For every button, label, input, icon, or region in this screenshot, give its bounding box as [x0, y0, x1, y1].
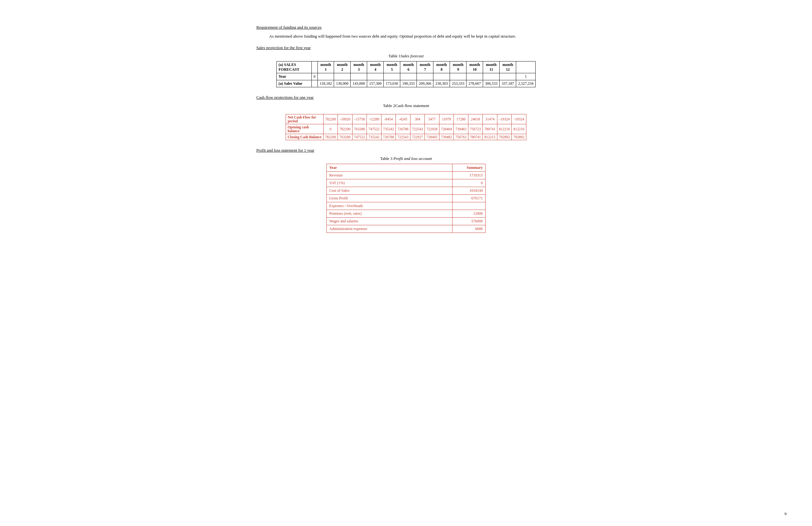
- table3-caption-number: Table 3: [380, 156, 394, 161]
- sales-year-m1: [318, 73, 334, 80]
- pl-cos-value: 1034144: [452, 187, 485, 194]
- pl-header-summary: Summary: [452, 164, 485, 171]
- pl-row-premises: Premises (rent, rates) 12000: [327, 210, 485, 217]
- sales-forecast-table: (a) SALESFORECAST month1 month2 month3 m…: [276, 61, 536, 87]
- cashflow-opening-v8: 728404: [439, 124, 454, 134]
- cashflow-netcash-v13: -19324: [512, 114, 526, 124]
- cashflow-opening-v12: 812216: [497, 124, 512, 134]
- cashflow-netcash-label: Net Cash Flow forperiod: [286, 114, 323, 124]
- cashflow-opening-v10: 756723: [468, 124, 483, 134]
- table2-caption-text: Cash flow statement: [395, 103, 429, 108]
- cashflow-closing-v13: 792892: [512, 134, 526, 140]
- cashflow-opening-v1: 782200: [338, 124, 352, 134]
- pl-row-expenses: Expenses / Overheads: [327, 202, 485, 210]
- cashflow-opening-v0: 0: [323, 124, 338, 134]
- sales-year-m8: [433, 73, 450, 80]
- cashflow-closing-v3: 735242: [367, 134, 381, 140]
- pl-vat-value: 0: [452, 179, 485, 187]
- sales-value-m8: 230,303: [433, 80, 450, 87]
- cashflow-opening-v2: 763280: [352, 124, 367, 134]
- sales-col-m12: month12: [499, 61, 516, 73]
- cashflow-netcash-v12: -19324: [497, 114, 512, 124]
- table2-caption: Table 2Cash flow statement: [256, 103, 556, 108]
- cashflow-opening-v6: 722543: [410, 124, 425, 134]
- cashflow-closing-v12: 792892: [497, 134, 512, 140]
- cashflow-closing-v6: 722927: [410, 134, 425, 140]
- pl-row-admin: Administration expenses 6000: [327, 225, 485, 232]
- sales-value-m3: 143,000: [351, 80, 367, 87]
- cashflow-opening-v5: 726788: [396, 124, 410, 134]
- table3-caption: Table 3 Profit and loss account: [256, 156, 556, 161]
- cashflow-opening-v4: 735242: [381, 124, 396, 134]
- sales-year-m12: [499, 73, 516, 80]
- pl-header-row: Year Summary: [327, 164, 485, 171]
- table2-caption-number: Table 2: [383, 103, 395, 108]
- sales-value-label: (a) Sales Value: [276, 80, 311, 87]
- cashflow-row-opening: Opening cashbalance 0 782200 763280 7475…: [286, 124, 526, 134]
- pl-row-cos: Cost of Sales 1034144: [327, 187, 485, 194]
- pl-wages-value: 576000: [452, 217, 485, 225]
- cashflow-closing-v11: 812215: [483, 134, 497, 140]
- sales-year-m7: [417, 73, 433, 80]
- table3-caption-italic: Profit and loss account: [394, 156, 432, 161]
- pl-row-vat: VAT (1%) 0: [327, 179, 485, 187]
- cashflow-netcash-v11: 31474: [483, 114, 497, 124]
- sales-value-m9: 253,333: [450, 80, 466, 87]
- sales-value-m10: 278,667: [466, 80, 483, 87]
- sales-col-m2: month2: [334, 61, 351, 73]
- table1-caption-italic: Sales forecast: [401, 54, 423, 58]
- sales-year-m5: [384, 73, 400, 80]
- sales-header-row: (a) SALESFORECAST month1 month2 month3 m…: [276, 61, 536, 73]
- sales-value-empty: [311, 80, 318, 87]
- cashflow-closing-v4: 726788: [381, 134, 396, 140]
- pl-table: Year Summary Revenue 1710315 VAT (1%) 0 …: [327, 164, 485, 233]
- heading-funding: Requirement of funding and its sources: [256, 25, 556, 30]
- paragraph-funding: As mentioned above funding will happened…: [269, 33, 556, 40]
- cashflow-netcash-v0: 782200: [323, 114, 338, 124]
- sales-value-m2: 130,000: [334, 80, 351, 87]
- pl-gross-label: Gross Profit: [327, 194, 452, 202]
- sales-header-label: (a) SALESFORECAST: [276, 61, 311, 73]
- sales-col-m9: month9: [450, 61, 466, 73]
- pl-wages-label: Wages and salaries: [327, 217, 452, 225]
- pl-gross-value: 676171: [452, 194, 485, 202]
- cashflow-row-closing: Closing Cash Balance 782200 763280 74752…: [286, 134, 526, 140]
- cashflow-closing-label: Closing Cash Balance: [286, 134, 323, 140]
- sales-col-m10: month10: [466, 61, 483, 73]
- heading-pl: Profit and loss statement for 1 year: [256, 148, 556, 153]
- sales-col-empty0: [311, 61, 318, 73]
- sales-year-m11: [483, 73, 499, 80]
- cashflow-closing-v8: 739482: [439, 134, 454, 140]
- sales-year-m2: [334, 73, 351, 80]
- sales-value-m7: 209,366: [417, 80, 433, 87]
- sales-col-empty1: [516, 61, 536, 73]
- cashflow-netcash-v2: -15758: [352, 114, 367, 124]
- sales-year-0: 0: [311, 73, 318, 80]
- sales-value-total: 2,527,234: [516, 80, 536, 87]
- sales-value-m11: 306,533: [483, 80, 499, 87]
- sales-year-m10: [466, 73, 483, 80]
- pl-premises-value: 12000: [452, 210, 485, 217]
- pl-vat-label: VAT (1%): [327, 179, 452, 187]
- sales-value-row: (a) Sales Value 118,182 130,000 143,000 …: [276, 80, 536, 87]
- cashflow-netcash-v3: -12280: [367, 114, 381, 124]
- cashflow-row-netcash: Net Cash Flow forperiod 782200 -18920 -1…: [286, 114, 526, 124]
- cashflow-netcash-v4: -8454: [381, 114, 396, 124]
- sales-col-m8: month8: [433, 61, 450, 73]
- cashflow-closing-v0: 782200: [323, 134, 338, 140]
- pl-row-wages: Wages and salaries 576000: [327, 217, 485, 225]
- cashflow-netcash-v7: 5477: [425, 114, 439, 124]
- table1-caption: Table 1Sales forecast: [256, 54, 556, 59]
- pl-row-gross: Gross Profit 676171: [327, 194, 485, 202]
- sales-value-m5: 173,030: [384, 80, 400, 87]
- cashflow-table: Net Cash Flow forperiod 782200 -18920 -1…: [286, 114, 526, 140]
- cashflow-netcash-v10: 24018: [468, 114, 483, 124]
- pl-table-wrapper: Year Summary Revenue 1710315 VAT (1%) 0 …: [256, 164, 556, 233]
- sales-year-1: 1: [516, 73, 536, 80]
- cashflow-closing-v9: 756763: [454, 134, 468, 140]
- cashflow-netcash-v9: 17280: [454, 114, 468, 124]
- cashflow-netcash-v5: -4245: [396, 114, 410, 124]
- sales-value-m6: 190,333: [400, 80, 417, 87]
- pl-admin-value: 6000: [452, 225, 485, 232]
- sales-col-m4: month4: [367, 61, 384, 73]
